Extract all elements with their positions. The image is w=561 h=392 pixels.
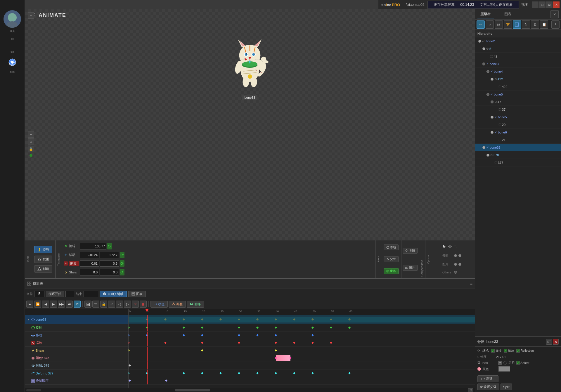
key-d-0[interactable] [129,372,130,374]
select-checkbox[interactable]: ✓ [516,361,520,365]
key-m-50[interactable] [311,334,314,337]
track-row-rotate[interactable]: 旋转 [25,324,128,332]
key-r-0[interactable] [129,327,130,329]
timeline-menu-btn[interactable]: ≡ [470,281,472,286]
local-mode-btn[interactable]: 本地 [384,244,399,250]
key-m-15[interactable] [183,334,185,337]
key-do-0[interactable] [129,379,131,382]
key-r-50[interactable] [311,327,314,329]
inherit-scale-check[interactable]: ✓ [504,349,507,353]
key-bone33-15[interactable] [183,318,185,321]
tree-item-bone4[interactable]: ✓ bone4 [475,68,561,75]
scrollbar-area[interactable] [26,389,468,391]
plus-btn[interactable]: + [28,12,34,19]
key-r-20[interactable] [201,327,203,329]
key-m-35[interactable] [256,334,259,337]
delete-key-btn[interactable]: ✕ [132,301,139,308]
bone-prop-ri-btn[interactable]: RT [546,339,552,345]
rotate-tool-btn[interactable]: ↻ [522,20,530,29]
move-y-input[interactable] [100,252,119,258]
key-sh-20[interactable] [201,349,203,352]
key-d-45[interactable] [293,372,295,374]
tree-item-bone2[interactable]: -·: bone2 [475,37,561,45]
tree-item-51[interactable]: ⊙ 51 [475,45,561,53]
key-m-0[interactable] [129,334,130,337]
key-sh-40[interactable] [275,349,277,352]
key-r-40[interactable] [275,327,277,329]
world-mode-btn[interactable]: 世界 [384,268,399,274]
tab-graph[interactable]: 图表 [501,11,514,18]
key-r-60[interactable] [348,327,351,329]
key-s-20[interactable] [201,342,203,344]
next-key-btn[interactable]: ▷ [124,301,131,308]
pencil-tool-btn[interactable]: ✏ [477,20,485,29]
next-btn[interactable]: ▶▶ [58,301,65,308]
track-row-scale[interactable]: ⤡ 缩放 [25,339,128,347]
key-bone33-10[interactable] [164,318,167,321]
key-d-15[interactable] [183,372,185,374]
loop-start-btn[interactable]: 循环开始 [46,291,64,297]
key-bone33-20[interactable] [201,318,203,321]
tree-item-21[interactable]: ⬚ 21 [475,136,561,144]
create-button[interactable]: 创建 [34,265,52,273]
key-sh-0[interactable] [129,349,130,352]
copy-tool-btn[interactable]: ⧉ [531,20,539,29]
key-bone33-50[interactable] [311,318,314,321]
track-settings-btn[interactable] [92,301,99,308]
key-d-50[interactable] [311,372,314,374]
tree-item-20[interactable]: ⬚ 20 [475,121,561,129]
undo-btn[interactable]: ↩ [108,301,115,308]
prev-btn[interactable]: ◀ [42,301,49,308]
key-bone33-25[interactable] [219,318,222,321]
picture-dot2[interactable] [458,263,461,266]
others-dot[interactable] [454,271,457,274]
key-s-45[interactable] [293,342,295,344]
prev-frame-btn[interactable]: ⏪ [34,301,41,308]
tab-hierarchy[interactable]: 层级树 [477,11,494,18]
scroll-end-btn[interactable]: ⊡ [468,388,473,392]
key-s-0[interactable] [129,342,130,344]
key-r-55[interactable] [330,327,332,329]
link-tool-btn[interactable]: ⛓ [495,20,503,29]
lock-track-btn[interactable]: 🔒 [100,301,107,308]
lock-btn[interactable]: 🔒 [28,146,34,152]
current-frame-input[interactable] [34,291,44,297]
scale-y-input[interactable] [100,260,119,267]
bone-type-btn[interactable]: 骨骼 [403,248,418,254]
close-button[interactable]: ✕ [553,1,560,8]
minus-btn[interactable]: − [28,131,34,138]
key-d-25[interactable] [219,372,222,374]
undo-track-btn[interactable]: ⊞ [84,301,91,308]
auto-key-btn[interactable]: 自动关键帧 [100,291,127,297]
track-row-draw-order[interactable]: 绘制顺序 [25,377,128,385]
tree-item-bone3[interactable]: ✓ bone3 [475,60,561,68]
move-x-input[interactable] [80,252,99,258]
rotate-input[interactable] [80,243,106,249]
key-r-15[interactable] [183,327,185,329]
key-s-40[interactable] [275,342,277,344]
delete-btn[interactable]: 🗑 [140,301,147,308]
tree-item-bone33[interactable]: ✓ bone33 [475,144,561,151]
shear-y-input[interactable] [100,269,119,275]
key-d-30[interactable] [238,372,240,374]
new-btn[interactable]: + + 新建... [477,375,498,382]
track-row-color[interactable]: 颜色: 378 [25,354,128,362]
key-bone33-30[interactable] [238,318,240,321]
picture-dot1[interactable] [454,263,457,266]
tree-item-422-slot[interactable]: ⊙ 422 [475,75,561,83]
key-s-55[interactable] [330,342,332,344]
tree-item-bone6[interactable]: ✓ bone6 [475,129,561,136]
graph-btn[interactable]: 图表 [128,291,146,297]
shear-link-btn[interactable]: ⟳ [120,269,124,275]
key-a-0[interactable] [129,364,131,367]
expand-icon-bone33[interactable]: ▼ [26,318,30,322]
split-btn[interactable]: Split [501,384,512,390]
fit-btn[interactable]: ⊡ [28,138,34,145]
scroll-thumb[interactable] [175,389,210,391]
tree-item-42[interactable]: ⬚ 42 [475,53,561,60]
minimize-button[interactable]: ─ [532,1,539,8]
move-track-btn[interactable]: 移位 [150,301,168,308]
tree-item-377[interactable]: ⬚ 377 [475,159,561,166]
skeleton-dot1[interactable] [454,254,457,257]
tree-item-422-attach[interactable]: ⬚ 422 [475,83,561,91]
